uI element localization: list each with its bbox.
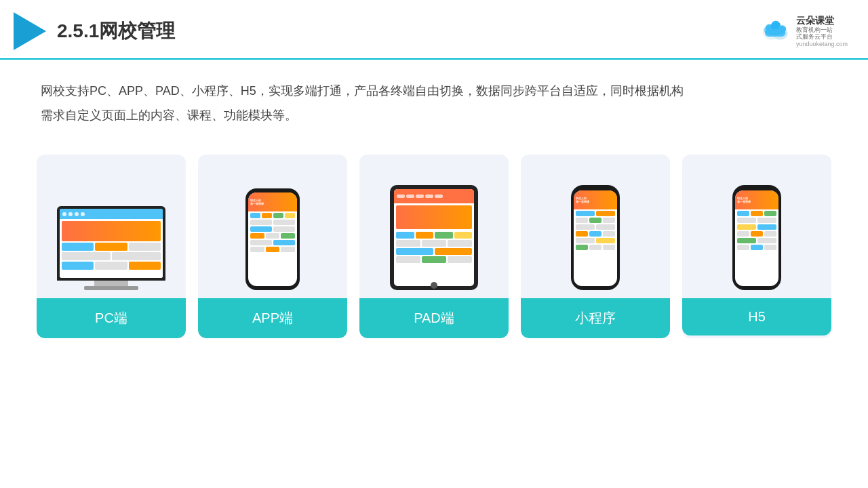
pc-mockup [57, 206, 165, 290]
miniprogram-mockup: 职达人的第一堂网课 [571, 185, 620, 290]
h5-mockup: 职达人的第一堂网课 [732, 185, 781, 290]
h5-label: H5 [682, 298, 831, 336]
brand-logo: 云朵课堂 教育机构一站 式服务云平台 yunduoketang.com [760, 15, 848, 47]
header-left: 2.5.1网校管理 [14, 12, 175, 50]
app-phone-screen: 职达人的第一堂网课 [248, 192, 297, 286]
pad-card: PAD端 [359, 155, 509, 338]
brand-slogan: 教育机构一站 [796, 26, 833, 34]
pc-label: PC端 [37, 298, 186, 338]
pc-screen-content [60, 209, 163, 278]
miniprogram-phone-outer: 职达人的第一堂网课 [571, 185, 620, 290]
h5-card: 职达人的第一堂网课 [682, 155, 831, 338]
platform-cards: PC端 职达人的第一堂网课 [0, 148, 868, 338]
svg-point-7 [764, 24, 785, 35]
app-label: APP端 [198, 298, 347, 338]
pc-image-area [45, 168, 178, 290]
h5-phone-outer: 职达人的第一堂网课 [732, 185, 781, 290]
miniprogram-phone-screen: 职达人的第一堂网课 [574, 190, 617, 286]
pad-label: PAD端 [359, 298, 509, 338]
cloud-logo-icon [760, 20, 792, 42]
page-header: 2.5.1网校管理 云朵课堂 教育机构一站 式服务云平台 yunduoketan… [0, 0, 868, 60]
miniprogram-label: 小程序 [521, 298, 670, 338]
brand-name: 云朵课堂 [796, 15, 834, 26]
pad-image-area [368, 168, 500, 290]
brand-area: 云朵课堂 教育机构一站 式服务云平台 yunduoketang.com [760, 15, 848, 47]
h5-image-area: 职达人的第一堂网课 [690, 168, 823, 290]
pad-mockup [390, 185, 478, 290]
pad-tablet-outer [390, 185, 478, 290]
app-card: 职达人的第一堂网课 [198, 155, 347, 338]
brand-slogan2: 式服务云平台 [796, 33, 833, 41]
logo-triangle-icon [14, 12, 46, 50]
pc-card: PC端 [37, 155, 186, 338]
h5-phone-notch [749, 185, 765, 189]
pad-tablet-screen [394, 189, 474, 286]
app-image-area: 职达人的第一堂网课 [206, 168, 339, 290]
miniprogram-image-area: 职达人的第一堂网课 [529, 168, 662, 290]
pc-screen-outer [57, 206, 165, 281]
phone-notch [587, 185, 604, 189]
miniprogram-card: 职达人的第一堂网课 [521, 155, 670, 338]
tablet-home-btn [431, 282, 437, 289]
app-phone-outer: 职达人的第一堂网课 [245, 188, 300, 290]
pc-screen-inner [60, 209, 163, 278]
brand-text: 云朵课堂 教育机构一站 式服务云平台 yunduoketang.com [796, 15, 848, 47]
app-mockup: 职达人的第一堂网课 [245, 188, 300, 290]
brand-url: yunduoketang.com [796, 41, 848, 47]
page-title: 2.5.1网校管理 [57, 18, 175, 44]
page-description: 网校支持PC、APP、PAD、小程序、H5，实现多端打通，产品各终端自由切换，数… [0, 60, 868, 141]
h5-phone-screen: 职达人的第一堂网课 [735, 190, 778, 286]
